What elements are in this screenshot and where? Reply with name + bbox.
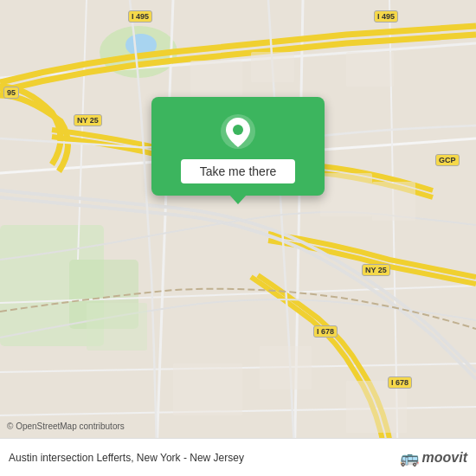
svg-rect-20 (87, 303, 147, 351)
copyright-text: © OpenStreetMap contributors (7, 421, 125, 431)
highway-label-95: 95 (3, 87, 19, 99)
highway-label-i678-2: I 678 (388, 376, 412, 389)
svg-rect-17 (346, 52, 394, 87)
highway-label-ny25-left: NY 25 (74, 114, 102, 126)
svg-rect-19 (372, 182, 415, 221)
take-me-there-button[interactable]: Take me there (181, 159, 296, 183)
moovit-text: moovit (422, 450, 467, 466)
svg-rect-18 (320, 173, 372, 216)
svg-rect-22 (260, 346, 312, 389)
moovit-bus-icon: 🚌 (400, 448, 419, 467)
svg-rect-15 (190, 61, 242, 95)
moovit-logo: 🚌 moovit (400, 448, 467, 467)
map-background (0, 0, 476, 476)
map-container: I 495 I 495 95 NY 25 NY 25 GCP I 678 I 6… (0, 0, 476, 476)
location-pin-icon (219, 113, 257, 151)
highway-label-i495-top-right: I 495 (374, 10, 398, 23)
highway-label-i495-top-left: I 495 (128, 10, 152, 23)
highway-label-i678: I 678 (313, 325, 338, 338)
svg-point-25 (233, 125, 243, 135)
popup-card: Take me there (151, 97, 325, 196)
bottom-bar: Austin intersection Lefferts, New York -… (0, 438, 476, 476)
svg-rect-21 (173, 363, 242, 415)
svg-rect-16 (251, 52, 294, 82)
highway-label-gcp: GCP (435, 154, 460, 166)
svg-rect-23 (346, 381, 407, 433)
location-text: Austin intersection Lefferts, New York -… (9, 452, 244, 464)
highway-label-ny25-right: NY 25 (362, 264, 390, 276)
